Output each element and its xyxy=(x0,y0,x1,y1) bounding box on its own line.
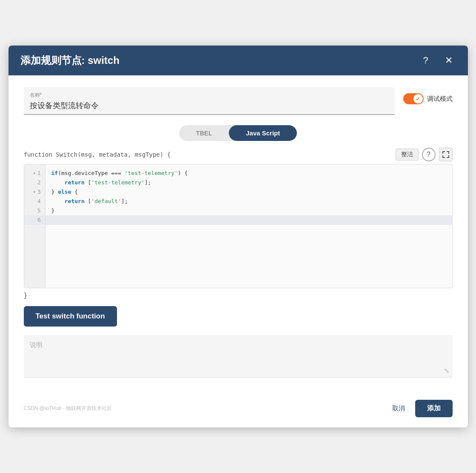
code-line-5: } xyxy=(51,206,446,215)
add-rule-dialog: 添加规则节点: switch ? ✕ 名称* 按设备类型流转命令 ✓ 调试模式 xyxy=(9,46,468,427)
code-header: function Switch(msg, metadata, msgType) … xyxy=(24,148,453,161)
code-line-2: return ['test-telemetry']; xyxy=(51,178,446,187)
name-field: 名称* 按设备类型流转命令 xyxy=(24,87,395,115)
line-num-6: 6 xyxy=(24,215,45,225)
code-line-4: return ['default']; xyxy=(51,197,446,206)
toggle-track[interactable]: ✓ xyxy=(403,93,424,104)
clean-button[interactable]: 整洁 xyxy=(396,149,419,161)
toggle-knob: ✓ xyxy=(413,94,423,103)
line-num-3: ▾3 xyxy=(24,187,45,197)
cancel-button[interactable]: 取消 xyxy=(385,401,412,416)
expand-button[interactable] xyxy=(439,148,453,161)
code-content[interactable]: if(msg.deviceType === 'test-telemetry') … xyxy=(46,164,452,288)
line-num-1: ▾1 xyxy=(24,169,45,178)
code-line-3: } else { xyxy=(51,187,446,197)
description-placeholder: 说明 xyxy=(30,341,43,348)
func-signature: function Switch(msg, metadata, msgType) … xyxy=(24,151,171,158)
line-numbers: ▾1 2 ▾3 4 5 6 xyxy=(24,164,46,288)
code-close-brace: } xyxy=(24,292,453,299)
tab-tbel[interactable]: TBEL xyxy=(179,125,229,141)
toggle-check-icon: ✓ xyxy=(416,96,420,102)
close-button[interactable]: ✕ xyxy=(442,53,456,68)
code-help-button[interactable]: ? xyxy=(422,148,436,161)
line-num-5: 5 xyxy=(24,206,45,215)
code-line-6 xyxy=(46,215,452,225)
add-button[interactable]: 添加 xyxy=(415,400,453,417)
debug-label: 调试模式 xyxy=(427,95,453,103)
tab-javascript[interactable]: Java Script xyxy=(229,125,297,141)
code-editor[interactable]: ▾1 2 ▾3 4 5 6 if(msg.deviceType === 'tes… xyxy=(24,164,453,288)
code-line-1: if(msg.deviceType === 'test-telemetry') … xyxy=(51,169,446,178)
tab-row: TBEL Java Script xyxy=(24,125,453,141)
code-toolbar: 整洁 ? xyxy=(396,148,453,161)
name-label: 名称* xyxy=(30,92,389,99)
header-icons: ? ✕ xyxy=(419,53,456,68)
watermark: CSDN @IoTHub - 物联网开源技术社区 xyxy=(24,405,112,412)
test-switch-button[interactable]: Test switch function xyxy=(24,306,117,327)
expand-icon xyxy=(442,151,449,158)
debug-mode-toggle[interactable]: ✓ 调试模式 xyxy=(403,87,453,104)
dialog-footer: CSDN @IoTHub - 物联网开源技术社区 取消 添加 xyxy=(9,393,468,427)
name-value: 按设备类型流转命令 xyxy=(30,100,389,111)
name-row: 名称* 按设备类型流转命令 ✓ 调试模式 xyxy=(24,87,453,115)
dialog-header: 添加规则节点: switch ? ✕ xyxy=(9,46,468,75)
dialog-body: 名称* 按设备类型流转命令 ✓ 调试模式 TBEL Java Script fu… xyxy=(9,75,468,393)
code-lines: ▾1 2 ▾3 4 5 6 if(msg.deviceType === 'tes… xyxy=(24,164,452,288)
description-area[interactable]: 说明 ⤡ xyxy=(24,335,453,378)
line-num-2: 2 xyxy=(24,178,45,187)
help-button[interactable]: ? xyxy=(419,53,433,68)
tab-group: TBEL Java Script xyxy=(179,125,297,141)
resize-icon: ⤡ xyxy=(444,367,449,375)
line-num-4: 4 xyxy=(24,197,45,206)
dialog-title: 添加规则节点: switch xyxy=(20,54,120,67)
